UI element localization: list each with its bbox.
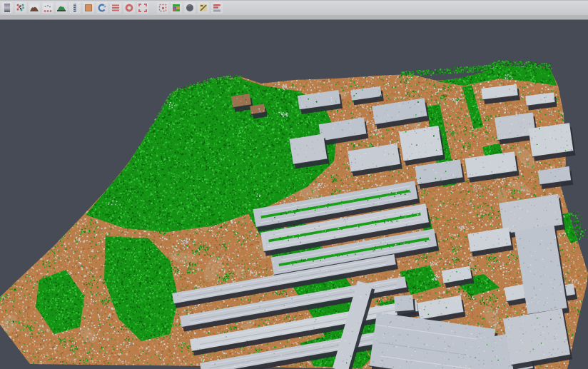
ruler-icon[interactable] <box>69 2 81 14</box>
rotate-view-icon[interactable] <box>96 2 108 14</box>
dem-tile-icon-glyph <box>83 3 93 13</box>
toolbar <box>0 0 588 15</box>
slope-tile-icon-glyph <box>198 3 208 13</box>
green-hill-icon-glyph <box>56 3 66 13</box>
application-window: { "chrome": { "toolbar_bg_top": "#d7d9dc… <box>0 0 588 369</box>
dark-sphere-icon-glyph <box>185 3 195 13</box>
dem-tile-icon[interactable] <box>83 2 94 14</box>
viewport-3d-pointcloud[interactable] <box>0 0 588 369</box>
slope-tile-icon[interactable] <box>198 2 209 14</box>
grid-select-icon-glyph <box>158 3 168 13</box>
green-hill-icon[interactable] <box>56 2 67 14</box>
gradient-bar-icon-glyph <box>2 3 12 13</box>
scatter-points-icon[interactable] <box>15 2 26 14</box>
red-ring-icon[interactable] <box>123 2 135 14</box>
red-bars-icon-glyph <box>212 3 222 13</box>
red-layers-icon[interactable] <box>110 2 121 14</box>
grid-select-icon[interactable] <box>157 2 168 14</box>
red-layers-icon-glyph <box>111 3 121 13</box>
toolbar-separator <box>0 15 588 20</box>
extent-brackets-icon[interactable] <box>137 2 148 14</box>
rotate-view-icon-glyph <box>97 3 107 13</box>
terrain-hill-icon[interactable] <box>29 2 40 14</box>
red-ring-icon-glyph <box>124 3 134 13</box>
low-points-icon-glyph <box>43 3 53 13</box>
dark-sphere-icon[interactable] <box>184 2 196 14</box>
low-points-icon[interactable] <box>42 2 54 14</box>
ruler-icon-glyph <box>70 3 80 13</box>
classified-cloud-icon[interactable] <box>171 2 182 14</box>
extent-brackets-icon-glyph <box>138 3 148 13</box>
classified-cloud-icon-glyph <box>171 3 181 13</box>
gradient-bar-icon[interactable] <box>1 2 13 14</box>
terrain-hill-icon-glyph <box>29 3 39 13</box>
scatter-points-icon-glyph <box>16 3 26 13</box>
red-bars-icon[interactable] <box>211 2 223 14</box>
